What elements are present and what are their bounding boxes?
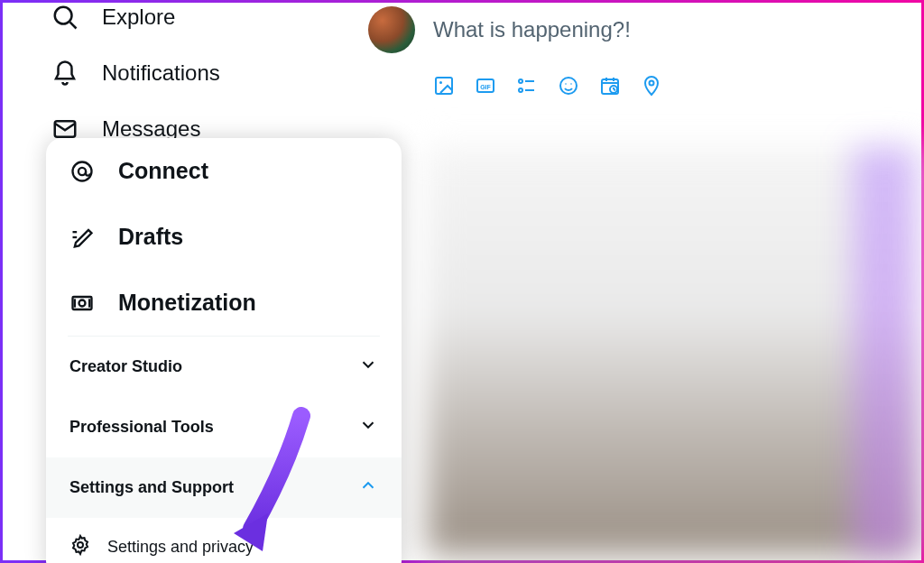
section-settings-support-label: Settings and Support bbox=[69, 478, 234, 497]
compose-input[interactable]: What is happening?! bbox=[433, 17, 631, 42]
svg-point-23 bbox=[79, 167, 86, 174]
bell-icon bbox=[51, 60, 79, 87]
compose-area: What is happening?! GIF bbox=[368, 0, 912, 97]
emoji-icon[interactable] bbox=[558, 75, 579, 97]
svg-point-25 bbox=[79, 300, 86, 306]
nav-notifications-label: Notifications bbox=[102, 60, 220, 86]
compose-toolbar: GIF bbox=[368, 75, 912, 97]
schedule-icon[interactable] bbox=[599, 75, 621, 97]
chevron-up-icon bbox=[358, 475, 378, 500]
location-icon[interactable] bbox=[641, 75, 662, 97]
section-professional-tools-label: Professional Tools bbox=[69, 418, 214, 437]
section-creator-studio[interactable]: Creator Studio bbox=[46, 337, 402, 397]
timeline-blurred bbox=[427, 147, 916, 555]
sidebar-nav: Explore Notifications Messages bbox=[39, 0, 337, 157]
menu-drafts[interactable]: Drafts bbox=[46, 204, 402, 270]
svg-point-7 bbox=[519, 79, 522, 83]
svg-text:GIF: GIF bbox=[480, 84, 491, 90]
menu-drafts-label: Drafts bbox=[118, 224, 183, 250]
viewport: Explore Notifications Messages What is h… bbox=[0, 0, 924, 563]
menu-connect-label: Connect bbox=[118, 158, 208, 184]
menu-monetization[interactable]: Monetization bbox=[46, 270, 402, 336]
svg-point-22 bbox=[73, 162, 92, 180]
menu-settings-privacy[interactable]: Settings and privacy bbox=[46, 518, 402, 563]
chevron-down-icon bbox=[358, 355, 378, 379]
section-professional-tools[interactable]: Professional Tools bbox=[46, 397, 402, 457]
nav-explore-label: Explore bbox=[102, 5, 175, 30]
svg-point-28 bbox=[78, 542, 83, 548]
at-icon bbox=[69, 159, 95, 184]
section-settings-support[interactable]: Settings and Support bbox=[46, 457, 402, 518]
svg-line-1 bbox=[70, 23, 77, 29]
drafts-icon bbox=[69, 225, 95, 250]
menu-monetization-label: Monetization bbox=[118, 290, 256, 316]
timeline-tint bbox=[853, 147, 916, 555]
section-creator-studio-label: Creator Studio bbox=[69, 357, 182, 376]
svg-line-20 bbox=[614, 89, 615, 90]
avatar[interactable] bbox=[368, 6, 415, 53]
compose-row: What is happening?! bbox=[368, 0, 912, 75]
monetization-icon bbox=[69, 291, 95, 316]
nav-explore[interactable]: Explore bbox=[39, 0, 337, 45]
chevron-down-icon bbox=[358, 415, 378, 439]
menu-connect[interactable]: Connect bbox=[46, 138, 402, 204]
gear-icon bbox=[69, 534, 91, 560]
gif-icon[interactable]: GIF bbox=[475, 75, 496, 97]
media-icon[interactable] bbox=[433, 75, 455, 97]
svg-point-0 bbox=[55, 7, 72, 24]
svg-point-13 bbox=[570, 83, 572, 85]
svg-point-21 bbox=[650, 81, 654, 86]
svg-point-9 bbox=[519, 88, 522, 92]
search-icon bbox=[51, 4, 79, 31]
menu-settings-privacy-label: Settings and privacy bbox=[107, 538, 254, 557]
nav-notifications[interactable]: Notifications bbox=[39, 45, 337, 101]
poll-icon[interactable] bbox=[516, 75, 538, 97]
more-menu: Connect Drafts Monetization Creator Stud… bbox=[46, 138, 402, 563]
svg-point-11 bbox=[560, 78, 577, 94]
svg-rect-3 bbox=[436, 78, 452, 94]
svg-point-4 bbox=[439, 81, 442, 84]
svg-point-12 bbox=[565, 83, 567, 85]
